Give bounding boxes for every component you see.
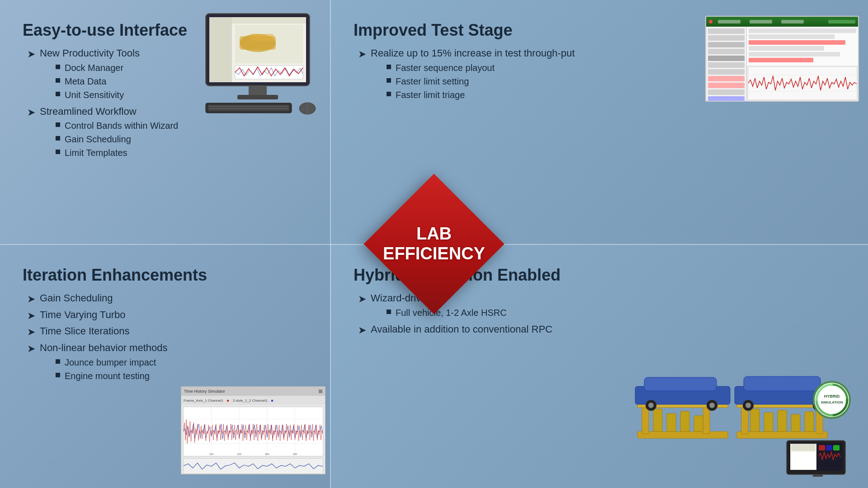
test-sub-list: Faster sequence playout Faster limit set… xyxy=(387,62,575,101)
bullet-icon xyxy=(56,122,60,127)
gain-scheduling-l1-item: ➤ Gain Scheduling xyxy=(27,292,307,306)
full-vehicle-label: Full vehicle, 1-2 Axle HSRC xyxy=(396,307,507,319)
arrow-icon-6: ➤ xyxy=(27,326,35,339)
streamlined-workflow-label: Streamlined Workflow xyxy=(40,106,137,117)
svg-rect-10 xyxy=(237,95,278,99)
hybrid-equipment-svg: HYBRID SIMULATION xyxy=(628,364,854,477)
sequence-playout-item: Faster sequence playout xyxy=(387,62,575,74)
svg-rect-9 xyxy=(249,86,267,96)
limit-triage-item: Faster limit triage xyxy=(387,89,575,101)
svg-rect-58 xyxy=(744,376,821,391)
meta-data-label: Meta Data xyxy=(65,75,106,87)
bullet-icon xyxy=(387,78,391,83)
gain-scheduling-label: Gain Scheduling xyxy=(65,133,131,145)
close-dot xyxy=(709,20,712,23)
svg-rect-40 xyxy=(680,411,689,432)
svg-text:SIMULATION: SIMULATION xyxy=(821,400,843,404)
time-slice-item: ➤ Time Slice Iterations xyxy=(27,325,307,339)
available-addition-item: ➤ Available in addition to conventional … xyxy=(358,323,845,337)
diamond-line2: EFFICIENCY xyxy=(383,244,485,264)
chart-panel: Time History Simulator Frame_Axis_1 Chan… xyxy=(181,386,326,474)
svg-rect-75 xyxy=(833,445,840,450)
svg-rect-54 xyxy=(778,410,787,432)
arrow-icon-4: ➤ xyxy=(27,293,35,306)
bullet-icon xyxy=(387,310,391,314)
productivity-tools-label: New Productivity Tools xyxy=(40,47,140,59)
engine-mount-label: Engine mount testing xyxy=(65,370,150,382)
limit-setting-label: Faster limit setting xyxy=(396,75,469,87)
bullet-icon xyxy=(56,373,60,377)
time-varying-label: Time Varying Turbo xyxy=(40,309,126,322)
svg-rect-76 xyxy=(813,474,823,477)
svg-rect-7 xyxy=(251,34,274,41)
svg-rect-34 xyxy=(637,432,728,438)
unit-sensitivity-item: Unit Sensitivity xyxy=(56,89,140,101)
diamond-line1: LAB xyxy=(383,224,485,244)
bullet-icon xyxy=(56,65,60,69)
iteration-list: ➤ Gain Scheduling ➤ Time Varying Turbo ➤… xyxy=(27,292,307,383)
chart-body: 100 200 300 400 xyxy=(183,407,323,456)
svg-text:200: 200 xyxy=(237,453,242,455)
dock-manager-item: Dock Manager xyxy=(56,62,140,74)
dock-manager-label: Dock Manager xyxy=(65,62,123,74)
arrow-icon-9: ➤ xyxy=(358,324,366,337)
svg-rect-53 xyxy=(764,413,773,432)
wizard-sub-list: Full vehicle, 1-2 Axle HSRC xyxy=(387,307,507,319)
iteration-enhancements-section: Iteration Enhancements ➤ Gain Scheduling… xyxy=(0,245,330,488)
svg-rect-38 xyxy=(653,409,662,432)
svg-rect-13 xyxy=(209,106,288,107)
vertical-divider xyxy=(330,0,331,488)
unit-sensitivity-label: Unit Sensitivity xyxy=(65,89,124,101)
limit-templates-item: Limit Templates xyxy=(56,147,178,159)
iteration-title: Iteration Enhancements xyxy=(23,265,307,285)
chart-small xyxy=(183,458,323,474)
bullet-icon xyxy=(387,65,391,69)
bullet-icon xyxy=(56,136,60,141)
svg-point-60 xyxy=(745,403,751,408)
svg-rect-73 xyxy=(819,445,825,450)
svg-rect-3 xyxy=(209,17,232,82)
bullet-icon xyxy=(56,92,60,96)
full-vehicle-item: Full vehicle, 1-2 Axle HSRC xyxy=(387,307,507,319)
monitor-illustration xyxy=(192,9,323,119)
easy-to-use-interface-section: Easy-to-use Interface ➤ New Productivity… xyxy=(0,0,330,244)
gain-scheduling-item: Gain Scheduling xyxy=(56,133,178,145)
nonlinear-label: Non-linear behavior methods xyxy=(40,342,168,353)
nonlinear-sub-list: Jounce bumper impact Engine mount testin… xyxy=(56,357,168,382)
arrow-icon-5: ➤ xyxy=(27,310,35,323)
control-bands-item: Control Bands within Wizard xyxy=(56,120,178,131)
bullet-icon xyxy=(387,92,391,96)
svg-rect-41 xyxy=(694,416,703,432)
svg-rect-55 xyxy=(791,414,800,432)
svg-rect-48 xyxy=(737,432,827,438)
arrow-icon-8: ➤ xyxy=(358,293,366,306)
test-throughput-label: Realize up to 15% increase in test throu… xyxy=(371,47,575,59)
bullet-icon xyxy=(56,359,60,364)
arrow-icon-2: ➤ xyxy=(27,106,35,119)
control-bands-label: Control Bands within Wizard xyxy=(65,120,178,131)
svg-text:300: 300 xyxy=(265,453,270,455)
arrow-icon-7: ➤ xyxy=(27,343,35,356)
productivity-sub-list: Dock Manager Meta Data Unit Sensitivity xyxy=(56,62,140,101)
svg-text:HYBRID: HYBRID xyxy=(824,394,840,399)
diamond-text: LAB EFFICIENCY xyxy=(383,224,485,263)
svg-rect-74 xyxy=(826,445,832,450)
arrow-icon-1: ➤ xyxy=(27,48,35,61)
hybrid-panel: HYBRID SIMULATION xyxy=(606,359,859,481)
svg-rect-70 xyxy=(791,452,816,469)
available-addition-label: Available in addition to conventional RP… xyxy=(371,323,552,336)
time-varying-item: ➤ Time Varying Turbo xyxy=(27,309,307,323)
jounce-label: Jounce bumper impact xyxy=(65,357,156,368)
svg-rect-14 xyxy=(209,108,288,109)
screenshot-body xyxy=(706,27,858,101)
limit-setting-item: Faster limit setting xyxy=(387,75,575,87)
diamond-shape: LAB EFFICIENCY xyxy=(363,174,504,314)
workflow-sub-list: Control Bands within Wizard Gain Schedul… xyxy=(56,120,178,159)
sequence-playout-label: Faster sequence playout xyxy=(396,62,495,74)
limit-triage-label: Faster limit triage xyxy=(396,89,465,101)
jounce-item: Jounce bumper impact xyxy=(56,357,168,368)
monitor-svg xyxy=(192,9,323,117)
svg-text:400: 400 xyxy=(292,453,297,455)
software-screenshot xyxy=(705,16,859,102)
svg-point-45 xyxy=(648,403,654,408)
